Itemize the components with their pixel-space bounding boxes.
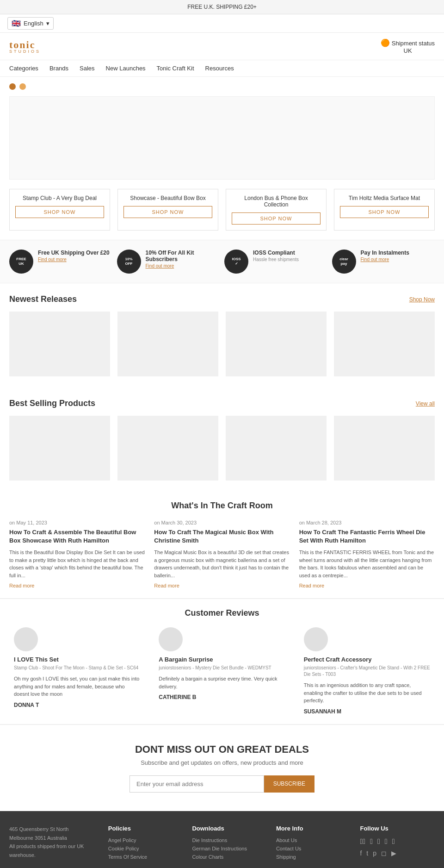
review-title-1: I LOVE This Set <box>14 656 140 663</box>
footer-shipping[interactable]: Shipping <box>276 854 351 860</box>
twitter-icon[interactable]:  <box>370 837 373 846</box>
footer-street: 465 Queensberry St North <box>9 825 99 834</box>
free-shipping-title: Free UK Shipping Over £20 <box>38 250 112 256</box>
craft-room-section: What's In The Craft Room on May 11, 2023… <box>0 492 444 598</box>
instalments-badge: clearpay <box>332 250 356 274</box>
footer-angel-policy[interactable]: Angel Policy <box>108 837 183 843</box>
facebook-icon[interactable]:  <box>360 837 365 846</box>
newsletter-form: Subscribe <box>130 775 314 793</box>
ioss-sub: Hassle free shipments <box>253 257 327 262</box>
footer-policies-title: Policies <box>108 825 183 832</box>
best-selling-header: Best Selling Products View all <box>9 399 435 408</box>
newsletter-subscribe-btn[interactable]: Subscribe <box>264 775 314 793</box>
discount-badge: 10%OFF <box>117 250 141 274</box>
category-title-4: Tim Holtz Media Surface Mat <box>340 195 429 201</box>
carousel-dot-1[interactable] <box>9 83 16 90</box>
shop-now-btn-1[interactable]: SHOP NOW <box>15 206 104 218</box>
nav-categories[interactable]: Categories <box>9 65 38 72</box>
chevron-down-icon: ▾ <box>46 20 49 27</box>
logo-sub: studios <box>9 49 41 54</box>
shop-now-btn-4[interactable]: SHOP NOW <box>340 206 429 218</box>
nav-brands[interactable]: Brands <box>49 65 68 72</box>
pt-icon-text[interactable]: p <box>373 849 376 857</box>
read-more-2[interactable]: Read more <box>154 583 179 588</box>
review-product-1: Stamp Club - Shoot For The Moon - Stamp … <box>14 665 140 671</box>
best-selling-title: Best Selling Products <box>9 399 95 408</box>
blog-card-2: on March 30, 2023 How To Craft The Magic… <box>154 520 290 589</box>
blog-excerpt-2: The Magical Music Box is a beautiful 3D … <box>154 549 290 579</box>
shipment-status: 🟠 Shipment status UK <box>381 38 435 54</box>
review-product-3: juniorstoseniors - Crafter's Magnetic Di… <box>304 665 430 678</box>
newsletter-email-input[interactable] <box>130 775 264 793</box>
pinterest-icon[interactable]:  <box>377 837 380 846</box>
instalments-link[interactable]: Find out more <box>361 257 435 262</box>
footer-about-us[interactable]: About Us <box>276 837 351 843</box>
review-text-2: Definitely a bargain a surprise every ti… <box>159 675 285 690</box>
nav-tonic-craft-kit[interactable]: Tonic Craft Kit <box>157 65 194 72</box>
read-more-3[interactable]: Read more <box>299 583 324 588</box>
newest-releases-title: Newest Releases <box>9 294 77 304</box>
nav-resources[interactable]: Resources <box>205 65 234 72</box>
footer-downloads-col: Downloads Die Instructions German Die In… <box>192 825 267 862</box>
category-card-1: Stamp Club - A Very Bug Deal SHOP NOW <box>9 189 110 231</box>
ioss-badge: IOSS✓ <box>224 250 248 274</box>
shipment-emoji: 🟠 <box>381 39 390 47</box>
reviewer-name-2: CATHERINE B <box>159 694 285 700</box>
logo[interactable]: tonic studios <box>9 39 41 54</box>
footer-follow-title: Follow Us <box>360 825 435 832</box>
language-selector[interactable]: 🇬🇧 English ▾ <box>7 17 54 30</box>
shipment-region: UK <box>381 47 435 54</box>
main-nav: Categories Brands Sales New Launches Ton… <box>0 60 444 77</box>
nav-new-launches[interactable]: New Launches <box>106 65 146 72</box>
tw-icon-text[interactable]: t <box>366 849 368 857</box>
review-title-2: A Bargain Surprise <box>159 656 285 663</box>
best-product-1 <box>9 416 110 481</box>
header: tonic studios 🟠 Shipment status UK <box>0 33 444 60</box>
shop-now-btn-2[interactable]: SHOP NOW <box>123 206 212 218</box>
flag-icon: 🇬🇧 <box>12 19 21 28</box>
carousel-dot-2[interactable] <box>19 83 26 90</box>
best-selling-link[interactable]: View all <box>416 400 435 407</box>
newest-product-2 <box>117 312 218 376</box>
feature-free-shipping: FREEUK Free UK Shipping Over £20 Find ou… <box>9 250 112 274</box>
ig-icon-text[interactable]: ◻ <box>381 849 387 857</box>
footer-terms-of-service[interactable]: Terms Of Service <box>108 854 183 860</box>
footer-colour-charts[interactable]: Colour Charts <box>192 854 267 860</box>
category-card-3: London Bus & Phone Box Collection SHOP N… <box>226 189 327 231</box>
instalments-title: Pay In Instalments <box>361 250 435 256</box>
footer-german-die-instructions[interactable]: German Die Instructions <box>192 846 267 851</box>
review-title-3: Perfect Craft Accessory <box>304 656 430 663</box>
best-product-2 <box>117 416 218 481</box>
footer-die-instructions[interactable]: Die Instructions <box>192 837 267 843</box>
blog-post-title-3: How To Craft The Fantastic Ferris Wheel … <box>299 528 435 545</box>
social-icons-text: f t p ◻ ▶ <box>360 849 435 857</box>
category-card-4: Tim Holtz Media Surface Mat SHOP NOW <box>334 189 435 231</box>
shipping-text: FREE U.K. SHIPPING £20+ <box>187 4 257 10</box>
youtube-icon[interactable]:  <box>392 837 395 846</box>
footer-address: 465 Queensberry St North Melbourne 3051 … <box>9 825 99 860</box>
yt-icon-text[interactable]: ▶ <box>391 849 396 857</box>
blog-date-3: on March 28, 2023 <box>299 520 435 525</box>
social-icons:      <box>360 837 435 846</box>
craft-room-title: What's In The Craft Room <box>9 501 435 511</box>
blog-excerpt-3: This is the FANTASTIC FERRIS WHEEL from … <box>299 549 435 579</box>
shop-now-btn-3[interactable]: SHOP NOW <box>232 212 321 225</box>
feature-ioss: IOSS✓ IOSS Compliant Hassle free shipmen… <box>224 250 327 274</box>
footer-contact-us[interactable]: Contact Us <box>276 846 351 851</box>
newest-releases-grid <box>9 312 435 376</box>
free-shipping-link[interactable]: Find out more <box>38 257 112 262</box>
read-more-1[interactable]: Read more <box>9 583 34 588</box>
review-card-3: Perfect Craft Accessory juniorstoseniors… <box>299 627 435 715</box>
footer-cookie-policy[interactable]: Cookie Policy <box>108 846 183 851</box>
nav-sales[interactable]: Sales <box>80 65 95 72</box>
discount-link[interactable]: Find out more <box>146 263 220 269</box>
feature-instalments: clearpay Pay In Instalments Find out mor… <box>332 250 435 274</box>
newest-releases-link[interactable]: Shop Now <box>409 296 435 303</box>
footer-more-info-title: More Info <box>276 825 351 832</box>
blog-card-1: on May 11, 2023 How To Craft & Assemble … <box>9 520 145 589</box>
instagram-icon[interactable]:  <box>385 837 388 846</box>
shipment-label: Shipment status <box>392 40 435 47</box>
lang-bar: 🇬🇧 English ▾ <box>0 14 444 33</box>
blog-date-1: on May 11, 2023 <box>9 520 145 525</box>
fb-icon-text[interactable]: f <box>360 849 362 857</box>
